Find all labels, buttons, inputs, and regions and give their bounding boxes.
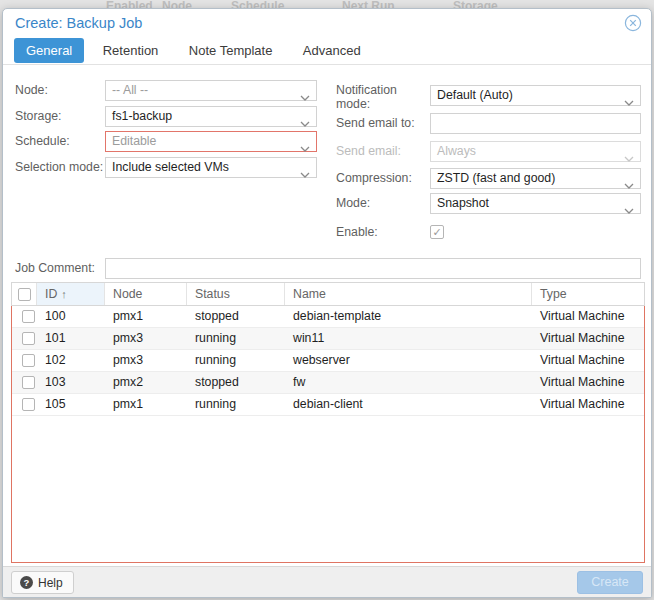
row-checkbox[interactable] [22, 310, 35, 323]
tab-bar: General Retention Note Template Advanced [3, 38, 651, 65]
column-header-id-label: ID [45, 287, 57, 301]
select-all-header-cell [12, 283, 37, 305]
mode-select[interactable]: Snapshot [430, 193, 641, 214]
background-column-label: Next Run [342, 0, 395, 8]
job-comment-input[interactable] [105, 258, 641, 279]
enable-checkbox[interactable]: ✓ [430, 225, 444, 239]
send-email-value: Always [437, 144, 476, 158]
column-header-status[interactable]: Status [187, 283, 285, 305]
background-column-label: Storage [453, 0, 498, 8]
create-backup-job-dialog: Create: Backup Job General Retention Not… [2, 8, 652, 598]
storage-select[interactable]: fs1-backup [105, 106, 317, 127]
column-header-name[interactable]: Name [285, 283, 532, 305]
cell-type: Virtual Machine [532, 306, 644, 327]
node-value: -- All -- [112, 83, 148, 97]
chevron-down-icon [624, 201, 634, 220]
send-email-select: Always [430, 141, 641, 162]
notification-mode-label: Notification mode: [336, 83, 426, 111]
table-row[interactable]: 100 pmx1 stopped debian-template Virtual… [12, 306, 644, 328]
cell-id: 100 [37, 306, 105, 327]
send-email-label: Send email: [336, 141, 401, 162]
row-checkbox-cell [12, 372, 37, 393]
cell-type: Virtual Machine [532, 328, 644, 349]
vm-selection-table: ID↑ Node Status Name Type 100 pmx1 stopp… [11, 282, 645, 563]
row-checkbox[interactable] [22, 376, 35, 389]
cell-status: running [187, 328, 285, 349]
cell-id: 105 [37, 394, 105, 415]
cell-type: Virtual Machine [532, 372, 644, 393]
cell-name: fw [285, 372, 532, 393]
selection-mode-label: Selection mode: [15, 157, 103, 178]
select-all-checkbox[interactable] [18, 288, 31, 301]
storage-value: fs1-backup [112, 109, 172, 123]
notification-mode-select[interactable]: Default (Auto) [430, 85, 641, 106]
table-row[interactable]: 103 pmx2 stopped fw Virtual Machine [12, 372, 644, 394]
chevron-down-icon [300, 165, 310, 184]
schedule-label: Schedule: [15, 131, 70, 152]
cell-id: 102 [37, 350, 105, 371]
tab-note-template[interactable]: Note Template [177, 38, 285, 63]
dialog-footer: ? Help Create [3, 566, 651, 597]
table-row[interactable]: 101 pmx3 running win11 Virtual Machine [12, 328, 644, 350]
help-icon: ? [20, 576, 33, 589]
background-column-label: Node [162, 0, 192, 8]
storage-label: Storage: [15, 106, 62, 127]
selection-mode-value: Include selected VMs [112, 160, 229, 174]
help-button[interactable]: ? Help [11, 571, 74, 594]
send-email-to-label: Send email to: [336, 113, 415, 134]
column-header-id[interactable]: ID↑ [37, 283, 105, 305]
cell-node: pmx3 [105, 328, 187, 349]
tab-retention[interactable]: Retention [91, 38, 171, 63]
cell-node: pmx1 [105, 306, 187, 327]
compression-select[interactable]: ZSTD (fast and good) [430, 168, 641, 189]
cell-name: win11 [285, 328, 532, 349]
chevron-down-icon [300, 88, 310, 107]
row-checkbox[interactable] [22, 332, 35, 345]
cell-id: 103 [37, 372, 105, 393]
column-header-node[interactable]: Node [105, 283, 187, 305]
mode-value: Snapshot [437, 196, 489, 210]
create-button[interactable]: Create [577, 571, 643, 594]
mode-label: Mode: [336, 193, 370, 214]
chevron-down-icon [624, 93, 634, 112]
background-column-label: Schedule [231, 0, 284, 8]
check-icon: ✓ [432, 226, 441, 238]
row-checkbox[interactable] [22, 398, 35, 411]
cell-id: 101 [37, 328, 105, 349]
table-row[interactable]: 102 pmx3 running webserver Virtual Machi… [12, 350, 644, 372]
row-checkbox-cell [12, 350, 37, 371]
cell-status: running [187, 350, 285, 371]
column-header-type[interactable]: Type [532, 283, 644, 305]
notification-mode-value: Default (Auto) [437, 88, 513, 102]
cell-node: pmx2 [105, 372, 187, 393]
node-label: Node: [15, 80, 48, 101]
cell-name: webserver [285, 350, 532, 371]
schedule-value: Editable [112, 134, 156, 148]
node-select[interactable]: -- All -- [105, 80, 317, 101]
row-checkbox-cell [12, 394, 37, 415]
table-row[interactable]: 105 pmx1 running debian-client Virtual M… [12, 394, 644, 416]
enable-label: Enable: [336, 222, 378, 243]
chevron-down-icon [300, 139, 310, 158]
tab-advanced[interactable]: Advanced [291, 38, 373, 63]
table-body: 100 pmx1 stopped debian-template Virtual… [11, 306, 645, 563]
chevron-down-icon [624, 149, 634, 168]
cell-status: stopped [187, 372, 285, 393]
cell-node: pmx1 [105, 394, 187, 415]
row-checkbox[interactable] [22, 354, 35, 367]
background-grid-header: Enabled Node Schedule Next Run Storage [0, 0, 654, 8]
selection-mode-select[interactable]: Include selected VMs [105, 157, 317, 178]
compression-label: Compression: [336, 168, 412, 189]
cell-status: stopped [187, 306, 285, 327]
table-header-row: ID↑ Node Status Name Type [11, 282, 645, 306]
close-icon[interactable] [624, 14, 642, 32]
tab-general[interactable]: General [14, 38, 84, 63]
help-button-label: Help [38, 576, 63, 590]
job-comment-label: Job Comment: [15, 258, 95, 279]
row-checkbox-cell [12, 328, 37, 349]
dialog-title: Create: Backup Job [15, 15, 142, 31]
cell-name: debian-template [285, 306, 532, 327]
send-email-to-input[interactable] [430, 113, 641, 134]
schedule-select[interactable]: Editable [105, 131, 317, 152]
compression-value: ZSTD (fast and good) [437, 171, 555, 185]
